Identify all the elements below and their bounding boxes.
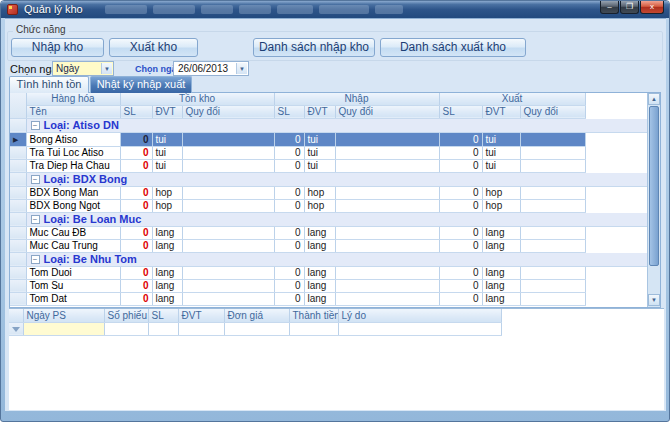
inventory-row[interactable]: Tom Dat0lang0lang0lang: [10, 292, 647, 305]
cell-nhap-sl[interactable]: 0: [274, 186, 304, 199]
column-header[interactable]: Lý do: [338, 309, 501, 322]
tab-tinh-hinh-ton[interactable]: Tình hình tồn: [9, 76, 89, 93]
tab-nhat-ky-nhap-xuat[interactable]: Nhật ký nhập xuất: [90, 76, 192, 93]
cell-ton-sl[interactable]: 0: [120, 226, 152, 239]
column-header[interactable]: Đơn giá: [224, 309, 289, 322]
cell-xuat-sl[interactable]: 0: [439, 292, 482, 305]
cell-nhap-qd[interactable]: [335, 292, 439, 305]
filter-row[interactable]: [9, 322, 501, 335]
chevron-down-icon[interactable]: ▼: [236, 63, 247, 74]
scroll-up-icon[interactable]: ▲: [648, 93, 660, 105]
cell-ton-sl[interactable]: 0: [120, 239, 152, 252]
group-row[interactable]: Loại: Be Nhu Tom: [10, 252, 647, 266]
inventory-row[interactable]: Tra Tui Loc Atiso0tui0tui0tui: [10, 146, 647, 159]
collapse-icon[interactable]: [31, 121, 40, 130]
cell-nhap-qd[interactable]: [335, 266, 439, 279]
cell-name[interactable]: Tom Dat: [26, 292, 120, 305]
cell-nhap-dvt[interactable]: tui: [304, 132, 335, 146]
cell-nhap-sl[interactable]: 0: [274, 239, 304, 252]
cell-xuat-sl[interactable]: 0: [439, 239, 482, 252]
cell-nhap-sl[interactable]: 0: [274, 279, 304, 292]
cell-nhap-dvt[interactable]: lang: [304, 279, 335, 292]
cell-nhap-qd[interactable]: [335, 199, 439, 212]
cell-nhap-dvt[interactable]: hop: [304, 199, 335, 212]
cell-nhap-sl[interactable]: 0: [274, 132, 304, 146]
cell-xuat-sl[interactable]: 0: [439, 266, 482, 279]
cell-ton-sl[interactable]: 0: [120, 159, 152, 172]
cell-name[interactable]: Tom Su: [26, 279, 120, 292]
filter-cell[interactable]: [148, 322, 178, 335]
cell-name[interactable]: Tom Duoi: [26, 266, 120, 279]
menu-item-placeholder[interactable]: [201, 5, 233, 14]
scroll-down-icon[interactable]: ▼: [648, 294, 660, 306]
band-header[interactable]: Tồn kho: [120, 93, 274, 105]
cell-xuat-qd[interactable]: [520, 292, 585, 305]
cell-ton-sl[interactable]: 0: [120, 186, 152, 199]
cell-name[interactable]: BDX Bong Ngot: [26, 199, 120, 212]
cell-nhap-sl[interactable]: 0: [274, 199, 304, 212]
band-header[interactable]: Hàng hóa: [26, 93, 120, 105]
chevron-down-icon[interactable]: ▼: [101, 63, 112, 74]
menu-item-placeholder[interactable]: [277, 5, 313, 14]
cell-nhap-dvt[interactable]: hop: [304, 186, 335, 199]
filter-cell[interactable]: [289, 322, 338, 335]
maximize-button[interactable]: ❐: [620, 1, 639, 14]
filter-cell[interactable]: [224, 322, 289, 335]
cell-name[interactable]: Tra Tui Loc Atiso: [26, 146, 120, 159]
toolbar-button[interactable]: Nhập kho: [11, 38, 104, 57]
column-header[interactable]: Số phiếu: [104, 309, 148, 322]
cell-ton-dvt[interactable]: lang: [152, 279, 182, 292]
collapse-icon[interactable]: [31, 255, 40, 264]
filter-cell[interactable]: [104, 322, 148, 335]
column-header[interactable]: SL: [120, 105, 152, 118]
inventory-row[interactable]: Tra Diep Ha Chau0tui0tui0tui: [10, 159, 647, 172]
cell-nhap-sl[interactable]: 0: [274, 159, 304, 172]
cell-nhap-qd[interactable]: [335, 279, 439, 292]
cell-nhap-dvt[interactable]: lang: [304, 292, 335, 305]
band-header[interactable]: Xuất: [439, 93, 585, 105]
menu-item-placeholder[interactable]: [239, 5, 271, 14]
cell-ton-dvt[interactable]: lang: [152, 239, 182, 252]
cell-xuat-dvt[interactable]: lang: [482, 239, 520, 252]
menu-item-placeholder[interactable]: [375, 5, 403, 14]
cell-xuat-qd[interactable]: [520, 132, 585, 146]
cell-xuat-dvt[interactable]: tui: [482, 159, 520, 172]
column-header[interactable]: ĐVT: [178, 309, 224, 322]
cell-xuat-sl[interactable]: 0: [439, 226, 482, 239]
cell-ton-dvt[interactable]: lang: [152, 226, 182, 239]
cell-xuat-qd[interactable]: [520, 159, 585, 172]
cell-ton-sl[interactable]: 0: [120, 279, 152, 292]
cell-xuat-dvt[interactable]: hop: [482, 199, 520, 212]
cell-xuat-qd[interactable]: [520, 146, 585, 159]
cell-ton-qd[interactable]: [182, 159, 274, 172]
date-picker-input[interactable]: 26/06/2013 ▼: [173, 61, 249, 76]
menu-item-placeholder[interactable]: [105, 5, 147, 14]
close-button[interactable]: x: [640, 1, 664, 14]
vertical-scrollbar[interactable]: ▲ ▼: [647, 93, 660, 307]
cell-ton-sl[interactable]: 0: [120, 266, 152, 279]
cell-name[interactable]: Bong Atiso: [26, 132, 120, 146]
column-header[interactable]: ĐVT: [304, 105, 335, 118]
cell-xuat-qd[interactable]: [520, 279, 585, 292]
cell-nhap-dvt[interactable]: tui: [304, 146, 335, 159]
column-header[interactable]: SL: [148, 309, 178, 322]
cell-nhap-qd[interactable]: [335, 159, 439, 172]
cell-ton-dvt[interactable]: hop: [152, 199, 182, 212]
cell-xuat-dvt[interactable]: tui: [482, 146, 520, 159]
cell-ton-dvt[interactable]: tui: [152, 159, 182, 172]
cell-xuat-sl[interactable]: 0: [439, 159, 482, 172]
menu-item-placeholder[interactable]: [319, 5, 369, 14]
collapse-icon[interactable]: [31, 215, 40, 224]
minimize-button[interactable]: –: [600, 1, 619, 14]
cell-ton-qd[interactable]: [182, 226, 274, 239]
cell-nhap-dvt[interactable]: lang: [304, 239, 335, 252]
cell-nhap-qd[interactable]: [335, 132, 439, 146]
cell-nhap-sl[interactable]: 0: [274, 146, 304, 159]
column-header[interactable]: SL: [274, 105, 304, 118]
column-header[interactable]: ĐVT: [152, 105, 182, 118]
cell-nhap-qd[interactable]: [335, 146, 439, 159]
cell-nhap-dvt[interactable]: lang: [304, 226, 335, 239]
scrollbar-thumb[interactable]: [649, 106, 659, 266]
cell-xuat-dvt[interactable]: lang: [482, 226, 520, 239]
cell-xuat-sl[interactable]: 0: [439, 279, 482, 292]
